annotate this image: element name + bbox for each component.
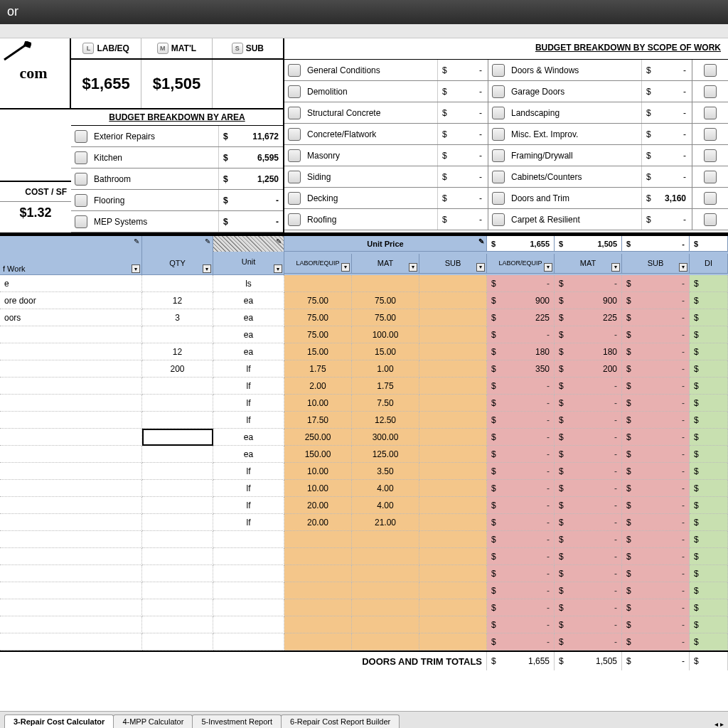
checkbox[interactable] bbox=[704, 64, 717, 77]
cell-amt-labor[interactable]: $- bbox=[487, 582, 555, 599]
cell-price-sub[interactable] bbox=[419, 446, 487, 463]
cell-price-mat[interactable]: 4.00 bbox=[352, 497, 419, 514]
cell-price-sub[interactable] bbox=[419, 599, 487, 616]
cell-unit[interactable] bbox=[213, 548, 284, 565]
cell-qty[interactable] bbox=[142, 275, 213, 292]
cell-price-mat[interactable]: 75.00 bbox=[352, 292, 419, 309]
cell-amt-sub[interactable]: $- bbox=[622, 480, 690, 497]
checkbox[interactable] bbox=[704, 85, 717, 98]
cell-amt-mat[interactable]: $- bbox=[555, 326, 622, 343]
cell-price-mat[interactable]: 300.00 bbox=[352, 429, 419, 446]
cell-price-labor[interactable] bbox=[284, 565, 352, 582]
cell-diy[interactable]: $ bbox=[690, 565, 728, 582]
cell-scope[interactable]: e bbox=[0, 275, 142, 292]
cell-price-labor[interactable]: 10.00 bbox=[284, 480, 352, 497]
cell-unit[interactable] bbox=[213, 565, 284, 582]
cell-unit[interactable] bbox=[213, 531, 284, 548]
cell-unit[interactable]: ea bbox=[213, 309, 284, 326]
cell-amt-sub[interactable]: $- bbox=[622, 599, 690, 616]
cell-price-sub[interactable] bbox=[419, 616, 487, 633]
cell-diy[interactable]: $ bbox=[690, 429, 728, 446]
sheet-tab[interactable]: 5-Investment Report bbox=[192, 714, 282, 728]
cell-scope[interactable] bbox=[0, 378, 142, 395]
cell-scope[interactable] bbox=[0, 463, 142, 480]
cell-price-mat[interactable] bbox=[352, 548, 419, 565]
filter-icon[interactable]: ▾ bbox=[132, 264, 140, 273]
cell-diy[interactable]: $ bbox=[690, 292, 728, 309]
cell-price-sub[interactable] bbox=[419, 514, 487, 531]
checkbox[interactable] bbox=[288, 128, 301, 141]
cell-price-mat[interactable]: 1.00 bbox=[352, 360, 419, 378]
cell-scope[interactable] bbox=[0, 326, 142, 343]
cell-diy[interactable]: $ bbox=[690, 599, 728, 616]
cell-unit[interactable]: lf bbox=[213, 514, 284, 531]
cell-price-sub[interactable] bbox=[419, 531, 487, 548]
cell-amt-labor[interactable]: $225 bbox=[487, 309, 555, 326]
checkbox[interactable] bbox=[704, 171, 717, 183]
subcol-sub[interactable]: SUB▾ bbox=[419, 254, 487, 274]
checkbox[interactable] bbox=[704, 192, 717, 205]
cell-qty[interactable]: 12 bbox=[142, 292, 213, 309]
cell-unit[interactable]: lf bbox=[213, 412, 284, 429]
cell-amt-mat[interactable]: $900 bbox=[555, 292, 622, 309]
cell-scope[interactable] bbox=[0, 343, 142, 360]
cell-amt-labor[interactable]: $- bbox=[487, 548, 555, 565]
cell-qty[interactable] bbox=[142, 395, 213, 412]
checkbox[interactable] bbox=[75, 151, 87, 164]
cell-amt-labor[interactable]: $- bbox=[487, 463, 555, 480]
cell-amt-mat[interactable]: $- bbox=[555, 480, 622, 497]
cell-price-labor[interactable]: 10.00 bbox=[284, 395, 352, 412]
cell-scope[interactable] bbox=[0, 599, 142, 616]
cell-amt-sub[interactable]: $- bbox=[622, 531, 690, 548]
subcol-mat[interactable]: MAT▾ bbox=[352, 254, 419, 274]
checkbox[interactable] bbox=[288, 64, 301, 77]
cell-amt-sub[interactable]: $- bbox=[622, 497, 690, 514]
cell-qty[interactable]: 3 bbox=[142, 309, 213, 326]
cell-amt-mat[interactable]: $- bbox=[555, 395, 622, 412]
cell-amt-sub[interactable]: $- bbox=[622, 548, 690, 565]
cell-price-labor[interactable]: 75.00 bbox=[284, 309, 352, 326]
cell-qty[interactable]: 12 bbox=[142, 343, 213, 360]
checkbox[interactable] bbox=[288, 192, 301, 205]
cell-amt-mat[interactable]: $200 bbox=[555, 360, 622, 378]
cell-price-mat[interactable] bbox=[352, 565, 419, 582]
checkbox[interactable] bbox=[288, 107, 301, 119]
cell-unit[interactable]: lf bbox=[213, 463, 284, 480]
cell-unit[interactable]: ea bbox=[213, 429, 284, 446]
filter-icon[interactable]: ▾ bbox=[203, 264, 211, 273]
cell-scope[interactable] bbox=[0, 514, 142, 531]
cell-diy[interactable]: $ bbox=[690, 497, 728, 514]
subcol-le[interactable]: LABOR/EQUIP▾ bbox=[284, 254, 352, 274]
checkbox[interactable] bbox=[75, 130, 87, 143]
filter-icon[interactable]: ▾ bbox=[679, 263, 687, 272]
cell-price-mat[interactable] bbox=[352, 582, 419, 599]
cell-amt-labor[interactable]: $- bbox=[487, 616, 555, 633]
cell-price-labor[interactable]: 75.00 bbox=[284, 326, 352, 343]
cell-amt-labor[interactable]: $- bbox=[487, 633, 555, 651]
checkbox[interactable] bbox=[704, 149, 717, 162]
cell-diy[interactable]: $ bbox=[690, 548, 728, 565]
cell-scope[interactable] bbox=[0, 565, 142, 582]
cell-amt-sub[interactable]: $- bbox=[622, 463, 690, 480]
cell-amt-mat[interactable]: $- bbox=[555, 599, 622, 616]
cell-qty[interactable] bbox=[142, 531, 213, 548]
subcol-diy[interactable]: DI bbox=[690, 254, 728, 274]
cell-price-sub[interactable] bbox=[419, 548, 487, 565]
cell-amt-labor[interactable]: $- bbox=[487, 395, 555, 412]
cell-amt-mat[interactable]: $- bbox=[555, 548, 622, 565]
cell-scope[interactable] bbox=[0, 395, 142, 412]
cell-amt-labor[interactable]: $- bbox=[487, 480, 555, 497]
cell-price-sub[interactable] bbox=[419, 463, 487, 480]
cell-amt-sub[interactable]: $- bbox=[622, 395, 690, 412]
cell-price-labor[interactable]: 250.00 bbox=[284, 429, 352, 446]
cell-amt-labor[interactable]: $- bbox=[487, 514, 555, 531]
cell-diy[interactable]: $ bbox=[690, 412, 728, 429]
cell-unit[interactable] bbox=[213, 582, 284, 599]
cell-qty[interactable] bbox=[142, 616, 213, 633]
cell-diy[interactable]: $ bbox=[690, 446, 728, 463]
cell-amt-mat[interactable]: $225 bbox=[555, 309, 622, 326]
filter-icon[interactable]: ▾ bbox=[611, 263, 620, 272]
cell-scope[interactable] bbox=[0, 616, 142, 633]
cell-qty[interactable] bbox=[142, 429, 213, 446]
cell-qty[interactable] bbox=[142, 565, 213, 582]
